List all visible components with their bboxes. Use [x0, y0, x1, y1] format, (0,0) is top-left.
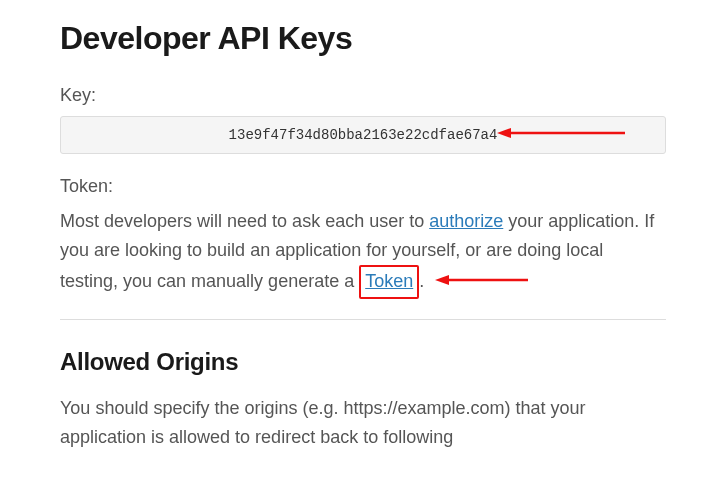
section-divider	[60, 319, 666, 320]
token-description: Most developers will need to ask each us…	[60, 207, 666, 299]
origins-heading: Allowed Origins	[60, 348, 666, 376]
token-link[interactable]: Token	[365, 271, 413, 291]
token-desc-part3: .	[419, 271, 424, 291]
svg-marker-1	[497, 128, 511, 138]
token-label: Token:	[60, 176, 666, 197]
key-label: Key:	[60, 85, 666, 106]
arrow-left-icon	[497, 126, 627, 144]
token-link-highlight: Token	[359, 265, 419, 300]
api-key-box: 13e9f47f34d80bba2163e22cdfae67a4	[60, 116, 666, 154]
api-key-value: 13e9f47f34d80bba2163e22cdfae67a4	[229, 127, 498, 143]
svg-marker-3	[435, 275, 449, 285]
arrow-left-icon	[435, 267, 530, 296]
origins-description: You should specify the origins (e.g. htt…	[60, 394, 666, 452]
authorize-link[interactable]: authorize	[429, 211, 503, 231]
page-title: Developer API Keys	[60, 20, 666, 57]
token-desc-part1: Most developers will need to ask each us…	[60, 211, 429, 231]
